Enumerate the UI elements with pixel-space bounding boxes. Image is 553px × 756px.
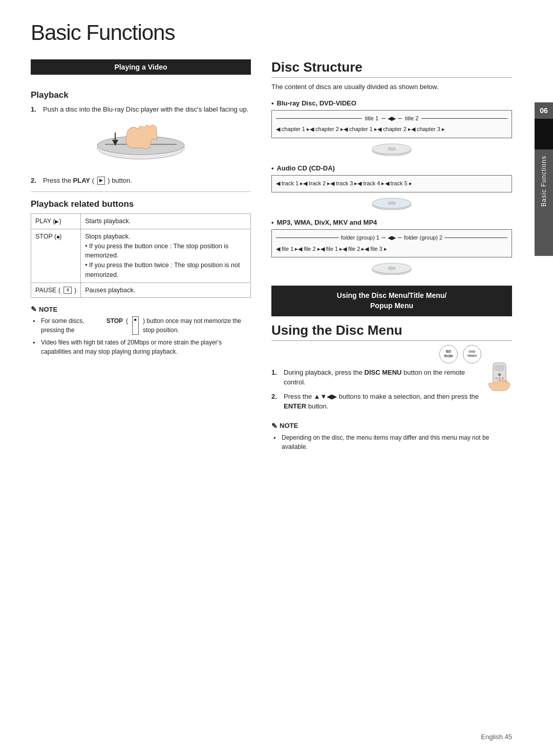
svg-point-14 [498,373,501,376]
remote-hand-container [486,345,512,393]
side-tab-label: Basic Functions [540,149,547,213]
mp3-structure-box: folder (group) 1 ◀▶ folder (group) 2 ◀ f… [271,229,512,258]
step-2-text: Press the PLAY ( ▶ ) button. [43,176,132,186]
mp3-label: MP3, WMA, DivX, MKV and MP4 [271,219,512,226]
note-section: ✎ NOTE For some discs, pressing the STOP… [31,305,251,356]
disc-menu-note-title: ✎ NOTE [271,422,512,430]
hand-remote-svg [488,360,511,391]
step-1-num: 1. [31,104,39,115]
table-row: PAUSE ( ⏸ ) Pauses playback. [31,283,251,298]
playback-table: PLAY (▶) Starts playback. STOP (■) Stops… [31,213,251,298]
table-row: STOP (■) Stops playback. • If you press … [31,229,251,283]
side-tab-number: 06 [540,102,548,119]
playing-video-header: Playing a Video [31,59,251,75]
svg-rect-13 [495,365,504,371]
audiocd-disc-image [271,195,512,211]
divider [31,191,251,192]
table-cell-label: STOP (■) [31,229,81,283]
side-tab-black [535,119,553,149]
disc-menu-step-2-text: Press the ▲▼◀▶ buttons to make a selecti… [284,392,481,412]
step-1-text: Push a disc into the Blu-ray Disc player… [43,104,248,115]
bluray-label: Blu-ray Disc, DVD-VIDEO [271,99,512,107]
svg-point-15 [495,377,497,379]
side-tab: 06 Basic Functions [535,102,553,256]
right-column: Disc Structure The content of discs are … [271,59,512,736]
disc-menu-step-1-num: 1. [271,368,280,387]
note-title: ✎ NOTE [31,305,251,313]
bd-rom-icon: BDROM [439,345,458,363]
disc-structure-title: Disc Structure [271,59,512,78]
mp3-disc-image [271,260,512,276]
disc-menu-step-2: 2. Press the ▲▼◀▶ buttons to make a sele… [271,392,481,412]
disc-menu-note-icon: ✎ [271,422,278,430]
disc-menu-bar-line2: Popup Menu [370,301,413,310]
disc-menu-content: BDROM DVDVIDEO 1. During playback, press… [271,345,512,416]
table-cell-label: PLAY (▶) [31,214,81,229]
disc-icons-row: BDROM DVDVIDEO [271,345,481,363]
disc-menu-steps-container: BDROM DVDVIDEO 1. During playback, press… [271,345,481,416]
bluray-structure-box: title 1 ◀▶ title 2 ◀ chapter 1 ▸ ◀ chapt… [271,110,512,139]
step-1: 1. Push a disc into the Blu-ray Disc pla… [31,104,251,115]
table-cell-label: PAUSE ( ⏸ ) [31,283,81,298]
main-content: Basic Functions Playing a Video Playback… [0,0,553,756]
disc-menu-step-1: 1. During playback, press the DISC MENU … [271,368,481,387]
left-column: Playing a Video Playback 1. Push a disc … [31,59,251,736]
step-2-num: 2. [31,176,39,186]
svg-point-17 [502,377,504,379]
table-row: PLAY (▶) Starts playback. [31,214,251,229]
audiocd-structure-box: ◀ track 1 ▸ ◀ track 2 ▸ ◀ track 3 ▸ ◀ tr… [271,175,512,192]
page-footer: English 45 [481,733,512,741]
disc-menu-step-1-text: During playback, press the DISC MENU but… [284,368,481,387]
audiocd-label: Audio CD (CD-DA) [271,164,512,172]
audiocd-disc-svg [371,195,412,210]
disc-menu-step-2-num: 2. [271,392,280,412]
dvd-video-icon: DVDVIDEO [463,345,481,363]
svg-point-5 [388,147,396,150]
disc-menu-note-item-1: Depending on the disc, the menu items ma… [271,433,512,451]
table-cell-desc: Stops playback. • If you press the butto… [81,229,251,283]
disc-menu-header-bar: Using the Disc Menu/Title Menu/ Popup Me… [271,286,512,316]
note-item-1: For some discs, pressing the STOP ( ■ ) … [31,316,251,335]
note-label: NOTE [39,306,57,313]
disc-insert-svg [84,120,197,166]
playback-title: Playback [31,90,251,100]
disc-menu-bar-line1: Using the Disc Menu/Title Menu/ [337,291,446,299]
svg-point-11 [388,267,396,270]
page-title: Basic Functions [31,20,512,45]
disc-menu-title: Using the Disc Menu [271,322,512,341]
table-cell-desc: Starts playback. [81,214,251,229]
step-2: 2. Press the PLAY ( ▶ ) button. [31,176,251,186]
playback-buttons-title: Playback related buttons [31,199,251,209]
mp3-disc-svg [371,260,412,275]
bluray-disc-svg [371,140,412,156]
note-icon: ✎ [31,305,37,313]
svg-point-8 [388,202,396,205]
bluray-disc-image [271,140,512,157]
two-columns: Playing a Video Playback 1. Push a disc … [31,59,512,736]
disc-menu-note-label: NOTE [280,422,298,429]
disc-menu-note: ✎ NOTE Depending on the disc, the menu i… [271,422,512,451]
disc-illustration [31,120,251,167]
table-cell-desc: Pauses playback. [81,283,251,298]
note-item-2: Video files with high bit rates of 20Mbp… [31,338,251,356]
disc-structure-desc: The content of discs are usually divided… [271,82,512,92]
